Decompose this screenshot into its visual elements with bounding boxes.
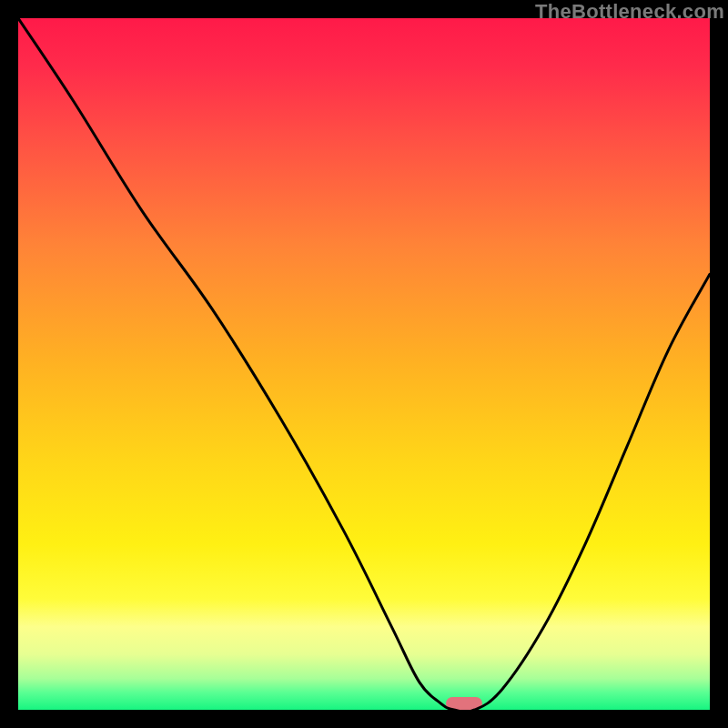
optimal-marker — [446, 697, 482, 710]
chart-gradient-background — [18, 18, 710, 710]
chart-frame — [18, 18, 710, 710]
